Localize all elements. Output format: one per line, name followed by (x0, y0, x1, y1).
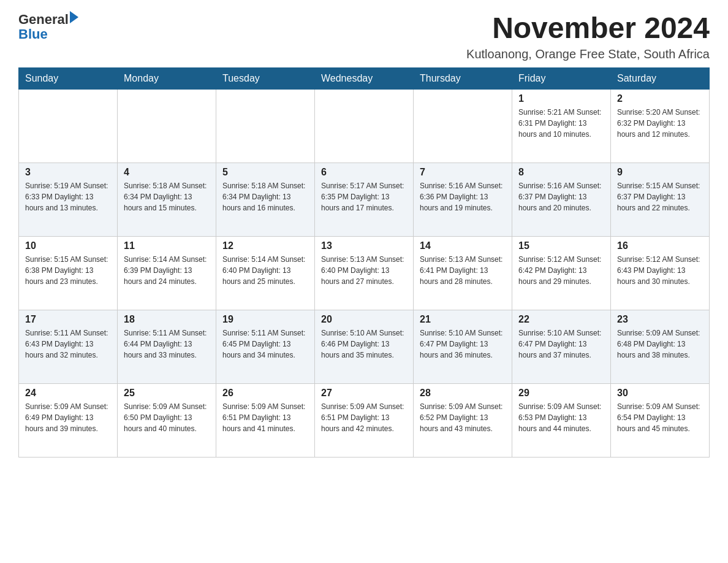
calendar-week-row: 24Sunrise: 5:09 AM Sunset: 6:49 PM Dayli… (19, 383, 710, 457)
calendar-cell: 9Sunrise: 5:15 AM Sunset: 6:37 PM Daylig… (611, 163, 710, 236)
calendar-cell: 8Sunrise: 5:16 AM Sunset: 6:37 PM Daylig… (512, 163, 611, 236)
calendar-cell: 25Sunrise: 5:09 AM Sunset: 6:50 PM Dayli… (118, 383, 216, 457)
logo-blue-text: Blue (18, 27, 78, 42)
day-info: Sunrise: 5:16 AM Sunset: 6:37 PM Dayligh… (518, 180, 604, 213)
day-info: Sunrise: 5:09 AM Sunset: 6:52 PM Dayligh… (420, 401, 506, 434)
day-number: 7 (420, 167, 506, 178)
calendar-cell (315, 89, 414, 163)
calendar-cell: 30Sunrise: 5:09 AM Sunset: 6:54 PM Dayli… (611, 383, 710, 457)
day-info: Sunrise: 5:09 AM Sunset: 6:54 PM Dayligh… (617, 401, 703, 434)
calendar-cell: 2Sunrise: 5:20 AM Sunset: 6:32 PM Daylig… (611, 89, 710, 163)
calendar-week-row: 17Sunrise: 5:11 AM Sunset: 6:43 PM Dayli… (19, 310, 710, 383)
day-info: Sunrise: 5:09 AM Sunset: 6:51 PM Dayligh… (222, 401, 308, 434)
day-number: 14 (420, 240, 506, 251)
calendar-cell: 3Sunrise: 5:19 AM Sunset: 6:33 PM Daylig… (19, 163, 118, 236)
day-info: Sunrise: 5:18 AM Sunset: 6:34 PM Dayligh… (124, 180, 210, 213)
day-number: 17 (25, 314, 111, 325)
day-number: 22 (518, 314, 604, 325)
day-number: 21 (420, 314, 506, 325)
calendar-cell: 21Sunrise: 5:10 AM Sunset: 6:47 PM Dayli… (414, 310, 512, 383)
day-number: 28 (420, 388, 506, 399)
calendar-cell: 4Sunrise: 5:18 AM Sunset: 6:34 PM Daylig… (118, 163, 216, 236)
day-number: 6 (321, 167, 407, 178)
day-number: 4 (124, 167, 210, 178)
day-info: Sunrise: 5:09 AM Sunset: 6:53 PM Dayligh… (518, 401, 604, 434)
calendar-cell: 11Sunrise: 5:14 AM Sunset: 6:39 PM Dayli… (118, 236, 216, 310)
day-number: 9 (617, 167, 703, 178)
day-number: 27 (321, 388, 407, 399)
day-info: Sunrise: 5:11 AM Sunset: 6:45 PM Dayligh… (222, 327, 308, 361)
weekday-header-thursday: Thursday (414, 67, 512, 89)
logo: General Blue (18, 12, 78, 42)
day-number: 5 (222, 167, 308, 178)
calendar-cell: 15Sunrise: 5:12 AM Sunset: 6:42 PM Dayli… (512, 236, 611, 310)
weekday-header-row: SundayMondayTuesdayWednesdayThursdayFrid… (19, 67, 710, 89)
day-number: 2 (617, 93, 703, 104)
calendar-cell: 1Sunrise: 5:21 AM Sunset: 6:31 PM Daylig… (512, 89, 611, 163)
calendar-cell: 13Sunrise: 5:13 AM Sunset: 6:40 PM Dayli… (315, 236, 414, 310)
calendar-cell: 17Sunrise: 5:11 AM Sunset: 6:43 PM Dayli… (19, 310, 118, 383)
day-number: 16 (617, 240, 703, 251)
weekday-header-tuesday: Tuesday (216, 67, 315, 89)
day-info: Sunrise: 5:17 AM Sunset: 6:35 PM Dayligh… (321, 180, 407, 213)
day-number: 12 (222, 240, 308, 251)
day-info: Sunrise: 5:13 AM Sunset: 6:41 PM Dayligh… (420, 254, 506, 287)
calendar-cell: 19Sunrise: 5:11 AM Sunset: 6:45 PM Dayli… (216, 310, 315, 383)
weekday-header-friday: Friday (512, 67, 611, 89)
logo-arrow-icon (70, 11, 78, 23)
weekday-header-saturday: Saturday (611, 67, 710, 89)
day-number: 13 (321, 240, 407, 251)
day-number: 24 (25, 388, 111, 399)
day-info: Sunrise: 5:11 AM Sunset: 6:43 PM Dayligh… (25, 327, 111, 361)
day-info: Sunrise: 5:16 AM Sunset: 6:36 PM Dayligh… (420, 180, 506, 213)
day-number: 15 (518, 240, 604, 251)
day-info: Sunrise: 5:12 AM Sunset: 6:42 PM Dayligh… (518, 254, 604, 287)
day-info: Sunrise: 5:21 AM Sunset: 6:31 PM Dayligh… (518, 107, 604, 140)
calendar-cell: 23Sunrise: 5:09 AM Sunset: 6:48 PM Dayli… (611, 310, 710, 383)
weekday-header-monday: Monday (118, 67, 216, 89)
day-number: 19 (222, 314, 308, 325)
day-info: Sunrise: 5:10 AM Sunset: 6:47 PM Dayligh… (420, 327, 506, 361)
day-info: Sunrise: 5:09 AM Sunset: 6:50 PM Dayligh… (124, 401, 210, 434)
calendar-cell: 29Sunrise: 5:09 AM Sunset: 6:53 PM Dayli… (512, 383, 611, 457)
calendar-cell: 24Sunrise: 5:09 AM Sunset: 6:49 PM Dayli… (19, 383, 118, 457)
calendar-cell (414, 89, 512, 163)
day-info: Sunrise: 5:12 AM Sunset: 6:43 PM Dayligh… (617, 254, 703, 287)
day-info: Sunrise: 5:09 AM Sunset: 6:48 PM Dayligh… (617, 327, 703, 361)
calendar-table: SundayMondayTuesdayWednesdayThursdayFrid… (18, 67, 710, 458)
day-number: 25 (124, 388, 210, 399)
title-area: November 2024 Kutloanong, Orange Free St… (466, 12, 710, 61)
day-info: Sunrise: 5:14 AM Sunset: 6:40 PM Dayligh… (222, 254, 308, 287)
day-number: 11 (124, 240, 210, 251)
day-info: Sunrise: 5:13 AM Sunset: 6:40 PM Dayligh… (321, 254, 407, 287)
calendar-cell: 16Sunrise: 5:12 AM Sunset: 6:43 PM Dayli… (611, 236, 710, 310)
calendar-week-row: 1Sunrise: 5:21 AM Sunset: 6:31 PM Daylig… (19, 89, 710, 163)
day-info: Sunrise: 5:15 AM Sunset: 6:38 PM Dayligh… (25, 254, 111, 287)
calendar-cell: 22Sunrise: 5:10 AM Sunset: 6:47 PM Dayli… (512, 310, 611, 383)
day-info: Sunrise: 5:11 AM Sunset: 6:44 PM Dayligh… (124, 327, 210, 361)
day-number: 20 (321, 314, 407, 325)
calendar-cell (19, 89, 118, 163)
calendar-cell: 26Sunrise: 5:09 AM Sunset: 6:51 PM Dayli… (216, 383, 315, 457)
day-number: 10 (25, 240, 111, 251)
day-number: 8 (518, 167, 604, 178)
calendar-cell: 28Sunrise: 5:09 AM Sunset: 6:52 PM Dayli… (414, 383, 512, 457)
calendar-cell: 18Sunrise: 5:11 AM Sunset: 6:44 PM Dayli… (118, 310, 216, 383)
calendar-cell: 20Sunrise: 5:10 AM Sunset: 6:46 PM Dayli… (315, 310, 414, 383)
calendar-cell: 5Sunrise: 5:18 AM Sunset: 6:34 PM Daylig… (216, 163, 315, 236)
day-number: 23 (617, 314, 703, 325)
day-info: Sunrise: 5:10 AM Sunset: 6:47 PM Dayligh… (518, 327, 604, 361)
calendar-cell (118, 89, 216, 163)
location-subtitle: Kutloanong, Orange Free State, South Afr… (466, 47, 710, 61)
month-title: November 2024 (466, 12, 710, 45)
day-number: 18 (124, 314, 210, 325)
calendar-cell: 10Sunrise: 5:15 AM Sunset: 6:38 PM Dayli… (19, 236, 118, 310)
day-number: 29 (518, 388, 604, 399)
day-number: 30 (617, 388, 703, 399)
calendar-body: 1Sunrise: 5:21 AM Sunset: 6:31 PM Daylig… (19, 89, 710, 457)
weekday-header-wednesday: Wednesday (315, 67, 414, 89)
day-info: Sunrise: 5:09 AM Sunset: 6:49 PM Dayligh… (25, 401, 111, 434)
day-info: Sunrise: 5:18 AM Sunset: 6:34 PM Dayligh… (222, 180, 308, 213)
calendar-cell: 12Sunrise: 5:14 AM Sunset: 6:40 PM Dayli… (216, 236, 315, 310)
page-header: General Blue November 2024 Kutloanong, O… (18, 12, 710, 61)
